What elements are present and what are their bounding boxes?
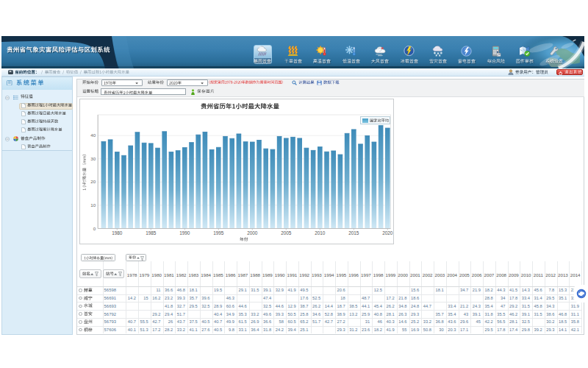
svg-text:2020: 2020	[382, 230, 393, 236]
svg-text:10: 10	[90, 202, 96, 208]
svg-text:1985: 1985	[146, 230, 157, 236]
svg-text:2010: 2010	[315, 230, 326, 236]
svg-text:1995: 1995	[213, 230, 224, 236]
svg-text:40: 40	[90, 132, 96, 138]
svg-text:2015: 2015	[348, 230, 359, 236]
svg-text:20: 20	[90, 179, 96, 184]
svg-text:2000: 2000	[247, 230, 258, 236]
svg-text:2005: 2005	[281, 230, 292, 236]
svg-text:1990: 1990	[179, 230, 190, 236]
svg-text:0: 0	[93, 226, 96, 231]
svg-text:30: 30	[90, 156, 96, 161]
svg-text:1980: 1980	[112, 230, 123, 236]
